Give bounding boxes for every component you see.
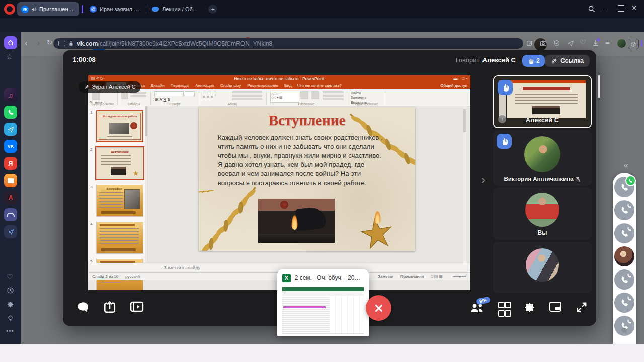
sidebar-app-yandex[interactable]: Я bbox=[4, 157, 17, 170]
url-domain: vk.com bbox=[77, 40, 98, 47]
sidebar-history-icon[interactable] bbox=[7, 287, 14, 294]
windows-taskbar: 2 12°C Sunny X A A ⌃ РУС 12:24 bbox=[0, 344, 644, 362]
sidebar-app-music[interactable]: ♫ bbox=[4, 88, 17, 102]
sidebar-panel-toggle[interactable] bbox=[628, 39, 639, 49]
sidebar-tips-icon[interactable] bbox=[7, 315, 14, 322]
highlighted-row bbox=[283, 306, 326, 308]
chat-button[interactable] bbox=[76, 301, 90, 314]
participant-name: Виктория Англичанкина bbox=[504, 176, 574, 182]
sidebar-app-vk[interactable]: VK bbox=[4, 140, 17, 153]
opera-logo[interactable] bbox=[4, 4, 15, 15]
sidebar-more-dots[interactable]: ••• bbox=[6, 328, 14, 335]
font-style-buttons: Ж К Ч S bbox=[155, 97, 170, 102]
participant-tile-screen[interactable]: ↑ Алексей С bbox=[493, 75, 592, 128]
mail-news-favicon: @ bbox=[90, 6, 97, 13]
url-field[interactable]: vk.com/call/join/5kN8T300e9x4l2XPcSxtdWc… bbox=[53, 38, 523, 49]
sidebar-app-paperplane[interactable] bbox=[4, 225, 17, 238]
page-scrollbar[interactable] bbox=[598, 75, 600, 98]
forward-button[interactable]: › bbox=[37, 39, 40, 47]
paragraph-buttons: ☰ ☰ ☰≡ ≡ ≡ bbox=[203, 91, 217, 99]
share-file-button[interactable] bbox=[103, 301, 116, 314]
ppt-tab-view: Вид bbox=[282, 82, 294, 89]
downloads-icon[interactable] bbox=[592, 40, 599, 47]
vk-favicon: VK bbox=[21, 6, 29, 13]
call-settings-button[interactable] bbox=[523, 301, 536, 314]
star-flame bbox=[374, 211, 381, 224]
sidebar-app-whatsapp[interactable] bbox=[4, 106, 17, 119]
link-icon bbox=[551, 58, 557, 64]
window-minimize-button[interactable]: – bbox=[602, 4, 606, 12]
window-close-button[interactable]: × bbox=[632, 4, 636, 13]
calls-strip bbox=[613, 173, 636, 344]
raised-hands-count: 2 bbox=[536, 57, 540, 64]
picture-in-picture-button[interactable] bbox=[549, 302, 561, 312]
sidebar-bookmarks-star[interactable]: ☆ bbox=[6, 52, 13, 61]
participant-tile[interactable] bbox=[493, 242, 592, 293]
ppt-ribbon-tabs: Файл Главная Вставка Дизайн Переходы Ани… bbox=[88, 82, 470, 89]
slide-thumb-2: Вступление bbox=[96, 147, 143, 179]
participant-tile[interactable]: Виктория Англичанкина bbox=[493, 130, 592, 186]
sidebar-app-red-a[interactable]: A bbox=[4, 191, 17, 204]
ppt-tab-design: Дизайн bbox=[148, 82, 167, 89]
excel-file-icon: X bbox=[282, 274, 291, 282]
tab-search-icon[interactable] bbox=[588, 5, 595, 13]
participants-button[interactable]: 99+ bbox=[469, 302, 485, 314]
collapse-strip-chevron[interactable]: « bbox=[624, 161, 628, 169]
panel-scroll-indicator bbox=[641, 40, 642, 47]
ppt-tab-slideshow: Слайд-шоу bbox=[218, 82, 244, 89]
participant-name: Вы bbox=[493, 229, 592, 236]
tab-separator bbox=[146, 5, 146, 13]
sidebar-heart-icon[interactable]: ♡ bbox=[7, 273, 13, 281]
sidebar-settings-icon[interactable] bbox=[7, 301, 14, 308]
tab-vk-call[interactable]: VK Приглашение в звонк bbox=[17, 2, 79, 16]
canvas-scrollbar[interactable] bbox=[463, 106, 466, 263]
new-tab-button[interactable]: + bbox=[208, 5, 217, 14]
panel-scrollbar[interactable] bbox=[145, 106, 147, 263]
eternal-flame bbox=[291, 215, 298, 230]
fullscreen-button[interactable] bbox=[576, 302, 587, 313]
window-maximize-button[interactable] bbox=[618, 5, 624, 12]
sidebar-app-telegram[interactable] bbox=[4, 123, 17, 136]
flow-send-icon[interactable] bbox=[567, 40, 574, 47]
raised-hands-button[interactable]: 2 bbox=[522, 55, 545, 67]
sidebar-app-headphones[interactable] bbox=[4, 208, 17, 221]
copy-link-button[interactable]: Ссылка bbox=[545, 55, 590, 67]
ppt-slide-panel: 1 Исследовательская работа 2 Вступление … bbox=[88, 106, 148, 263]
slide-body-text: Каждый человек должен знать своих родств… bbox=[218, 133, 384, 188]
easy-setup-menu-icon[interactable]: ≡ bbox=[605, 38, 610, 46]
ppt-tell-me: Что вы хотите сделать? bbox=[297, 83, 342, 88]
call-item[interactable] bbox=[614, 200, 634, 220]
memorial-photo bbox=[258, 199, 335, 243]
vpn-shield-icon[interactable] bbox=[553, 40, 560, 47]
grid-view-button[interactable] bbox=[498, 302, 509, 317]
back-button[interactable]: ‹ bbox=[25, 39, 27, 47]
expand-stage-chevron[interactable]: › bbox=[481, 174, 485, 186]
compose-icon[interactable] bbox=[526, 40, 533, 47]
bookmark-heart-icon[interactable]: ♡ bbox=[580, 38, 586, 46]
participant-tile-you[interactable]: Вы bbox=[493, 188, 592, 240]
snapshot-camera-icon[interactable] bbox=[540, 40, 547, 47]
file-preview-popup[interactable]: X 2 сем. _Оч. обуч._ 2025-2... bbox=[277, 269, 369, 336]
screen-share-label-chip[interactable]: Экран Алексей С bbox=[79, 81, 141, 93]
reload-button[interactable]: ↻ bbox=[47, 39, 52, 46]
call-item[interactable] bbox=[614, 293, 634, 313]
browser-profile-avatar[interactable] bbox=[617, 39, 626, 48]
call-item[interactable] bbox=[614, 223, 634, 243]
tab-cloud[interactable]: Лекции / Облако Mail bbox=[148, 2, 204, 16]
ppt-share-button: Общий доступ bbox=[440, 83, 467, 88]
thumb-title: Исследовательская работа bbox=[102, 115, 137, 118]
tab-news[interactable]: @ Иран заявил об атаке на bbox=[86, 2, 145, 16]
sidebar-app-mail[interactable] bbox=[4, 174, 17, 187]
call-item-avatar[interactable] bbox=[614, 246, 634, 266]
end-call-button[interactable] bbox=[366, 295, 391, 321]
participants-count-badge: 99+ bbox=[476, 296, 491, 305]
call-item[interactable] bbox=[614, 269, 634, 290]
sidebar-speed-dial-button[interactable] bbox=[4, 36, 17, 49]
call-item[interactable] bbox=[614, 177, 634, 197]
ppt-ribbon: Вставить Буфер обмена Слайды Ж К Ч S Шри… bbox=[88, 89, 470, 107]
paper-plane-icon bbox=[8, 229, 14, 235]
status-zoom-slider: –──●─+ bbox=[451, 274, 466, 279]
slide-thumb-4 bbox=[96, 222, 143, 254]
strip-chat-icon[interactable] bbox=[620, 327, 628, 334]
present-button[interactable] bbox=[130, 301, 144, 313]
